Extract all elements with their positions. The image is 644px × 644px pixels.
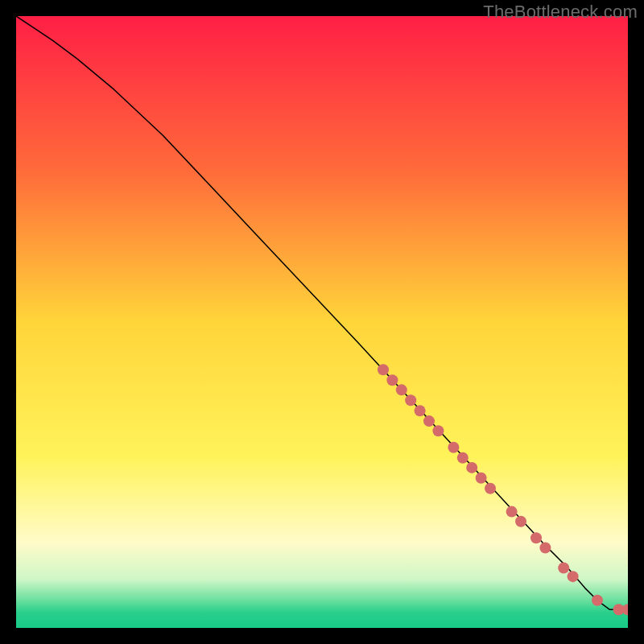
point-highlight-points — [530, 532, 542, 543]
watermark-text: TheBottleneck.com — [483, 2, 638, 23]
point-highlight-points — [405, 394, 416, 406]
chart-frame: TheBottleneck.com — [0, 0, 644, 644]
point-highlight-points — [432, 425, 444, 436]
point-highlight-points — [415, 405, 426, 416]
point-highlight-points — [558, 563, 569, 574]
point-highlight-points — [476, 473, 487, 484]
point-highlight-points — [568, 571, 579, 582]
point-highlight-points — [485, 483, 496, 494]
point-highlight-points — [423, 415, 435, 427]
point-highlight-points — [592, 595, 603, 606]
point-highlight-points — [466, 462, 477, 473]
point-highlight-points — [539, 542, 551, 553]
point-highlight-points — [386, 374, 398, 386]
point-highlight-points — [396, 384, 407, 395]
point-highlight-points — [457, 452, 469, 464]
point-highlight-points — [448, 442, 459, 453]
point-highlight-points — [515, 516, 526, 527]
point-highlight-points — [506, 506, 518, 518]
chart-svg — [16, 16, 628, 628]
point-highlight-points — [378, 364, 389, 375]
